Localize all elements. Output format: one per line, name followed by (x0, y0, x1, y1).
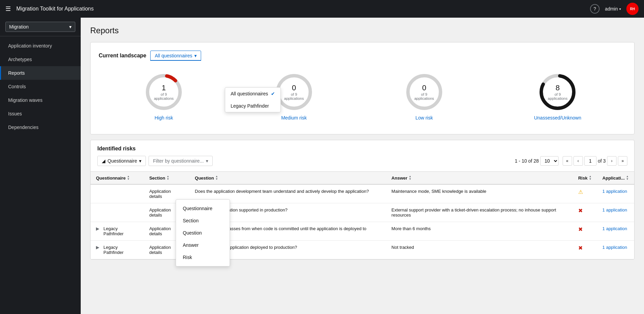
col-answer: Answer ▲▼ (386, 172, 573, 184)
per-page-select[interactable]: 10 25 50 (540, 156, 559, 166)
migration-dropdown-arrow: ▾ (69, 24, 72, 30)
filter-option-section[interactable]: Section (176, 215, 230, 227)
donut-number: 1 (154, 84, 174, 92)
risks-toolbar: ◢ Questionnaire ▾ Filter by questionnair… (97, 156, 627, 166)
page-title: Reports (90, 26, 635, 35)
pagination-total-pages: of 3 (598, 158, 606, 164)
cell-questionnaire: ▶ Legacy Pathfinder (91, 241, 144, 259)
donut-center: 1 of 9 applications (154, 84, 174, 100)
sort-icon-answer: ▲▼ (409, 175, 411, 181)
hamburger-menu[interactable]: ☰ (5, 5, 11, 13)
sidebar-item-reports[interactable]: Reports (0, 66, 81, 80)
chart-low-risk: 0 of 9 applications Low risk (404, 72, 445, 121)
questionnaire-cell: ▶ Legacy Pathfinder (96, 226, 138, 236)
cell-answer: Not tracked (386, 241, 573, 259)
donut-sublabel: of 9 applications (414, 92, 434, 100)
pagination-first-btn[interactable]: « (563, 156, 572, 166)
risk-label-unassessed[interactable]: Unassessed/Unknown (534, 115, 581, 121)
top-navigation: ☰ Migration Toolkit for Applications ? a… (0, 0, 644, 18)
questionnaire-name: Legacy Pathfinder (103, 226, 138, 236)
migration-dropdown[interactable]: Migration ▾ (5, 22, 75, 32)
donut-sublabel: of 9 applications (284, 92, 304, 100)
row-expander[interactable]: ▶ (96, 245, 99, 250)
risk-label-high[interactable]: High risk (155, 115, 173, 121)
sort-applications[interactable]: Applicati... ▲▼ (602, 175, 629, 181)
filter-option-answer[interactable]: Answer (176, 239, 230, 251)
filter-by-questionnaire-btn[interactable]: Filter by questionnaire... ▾ (149, 156, 212, 166)
col-question: Question ▲▼ (190, 172, 386, 184)
sidebar-item-label: Migration waves (8, 97, 42, 103)
donut-unassessed: 8 of 9 applications (537, 72, 578, 112)
pagination-next-btn[interactable]: › (607, 156, 617, 166)
sidebar-item-migration-waves[interactable]: Migration waves (0, 93, 81, 107)
pagination-last-btn[interactable]: » (618, 156, 627, 166)
cell-questionnaire (91, 203, 144, 222)
sort-icon-section: ▲▼ (167, 175, 169, 181)
cell-questionnaire (91, 184, 144, 203)
col-risk: Risk ▲▼ (573, 172, 597, 184)
landscape-header: Current landscape All questionnaires ▾ (99, 51, 626, 61)
sidebar-item-label: Application inventory (8, 43, 52, 49)
questionnaire-dropdown-popup: All questionnaires ✔ Legacy Pathfinder (225, 87, 281, 112)
donut-sublabel: of 9 applications (154, 92, 174, 100)
sort-icon-applications: ▲▼ (626, 175, 629, 181)
sidebar-item-label: Reports (8, 70, 25, 76)
sidebar-item-controls[interactable]: Controls (0, 80, 81, 93)
cell-answer: More than 6 months (386, 222, 573, 241)
applications-link[interactable]: 1 application (602, 226, 627, 231)
filter-option-question[interactable]: Question (176, 227, 230, 239)
applications-link[interactable]: 1 application (602, 245, 627, 250)
risks-title: Identified risks (97, 146, 627, 152)
migration-label: Migration (9, 24, 29, 30)
landscape-title: Current landscape (99, 53, 146, 59)
filter-option-risk[interactable]: Risk (176, 251, 230, 263)
table-header-row: Questionnaire ▲▼ Section ▲▼ Question ▲▼ (91, 172, 634, 184)
sort-section[interactable]: Section ▲▼ (149, 175, 169, 181)
cell-applications: 1 application (597, 222, 634, 241)
questionnaire-dropdown-btn[interactable]: All questionnaires ▾ (150, 51, 201, 61)
filter-option-questionnaire[interactable]: Questionnaire (176, 202, 230, 215)
applications-link[interactable]: 1 application (602, 207, 627, 213)
pagination: 1 - 10 of 28 10 25 50 « ‹ of 3 › » (515, 156, 627, 166)
donut-number: 0 (284, 84, 304, 92)
app-title: Migration Toolkit for Applications (16, 6, 590, 12)
dropdown-item-label: Legacy Pathfinder (231, 103, 269, 109)
dropdown-item-legacy-pathfinder[interactable]: Legacy Pathfinder (225, 100, 280, 112)
user-menu[interactable]: admin ▾ (605, 6, 621, 12)
row-expander[interactable]: ▶ (96, 226, 99, 231)
sort-icon-risk: ▲▼ (589, 175, 591, 181)
sidebar-item-issues[interactable]: Issues (0, 107, 81, 121)
cell-answer: External support provider with a ticket-… (386, 203, 573, 222)
sort-question[interactable]: Question ▲▼ (195, 175, 218, 181)
risk-label-medium[interactable]: Medium risk (281, 115, 307, 121)
donut-high-risk: 1 of 9 applications (143, 72, 184, 112)
cell-risk: ✖ (573, 222, 597, 241)
sidebar-item-dependencies[interactable]: Dependencies (0, 121, 81, 134)
sidebar-item-application-inventory[interactable]: Application inventory (0, 39, 81, 53)
sidebar-item-archetypes[interactable]: Archetypes (0, 53, 81, 66)
risk-label-low[interactable]: Low risk (415, 115, 433, 121)
warning-icon: ⚠ (578, 189, 583, 195)
sort-risk[interactable]: Risk ▲▼ (578, 175, 591, 181)
help-icon[interactable]: ? (590, 4, 600, 14)
pagination-range: 1 - 10 of 28 10 25 50 (515, 156, 559, 166)
filter-by-label: Filter by questionnaire... (153, 158, 203, 164)
donut-low-risk: 0 of 9 applications (404, 72, 445, 112)
cell-risk: ⚠ (573, 184, 597, 203)
cell-applications: 1 application (597, 203, 634, 222)
pagination-prev-btn[interactable]: ‹ (573, 156, 583, 166)
pagination-page-input[interactable] (584, 156, 597, 166)
questionnaire-name: Legacy Pathfinder (103, 245, 138, 255)
table-row: Application details Does the application… (91, 184, 634, 203)
dropdown-item-label: All questionnaires (231, 91, 268, 96)
applications-link[interactable]: 1 application (602, 189, 627, 194)
user-label: admin (605, 6, 618, 12)
cell-applications: 1 application (597, 241, 634, 259)
sidebar-item-label: Issues (8, 111, 22, 116)
sort-questionnaire[interactable]: Questionnaire ▲▼ (96, 175, 130, 181)
sort-answer[interactable]: Answer ▲▼ (391, 175, 411, 181)
dropdown-item-all-questionnaires[interactable]: All questionnaires ✔ (225, 88, 280, 100)
questionnaire-filter-btn[interactable]: ◢ Questionnaire ▾ (97, 156, 146, 166)
sidebar: Migration ▾ Application inventory Archet… (0, 18, 81, 314)
sidebar-item-label: Controls (8, 84, 26, 89)
